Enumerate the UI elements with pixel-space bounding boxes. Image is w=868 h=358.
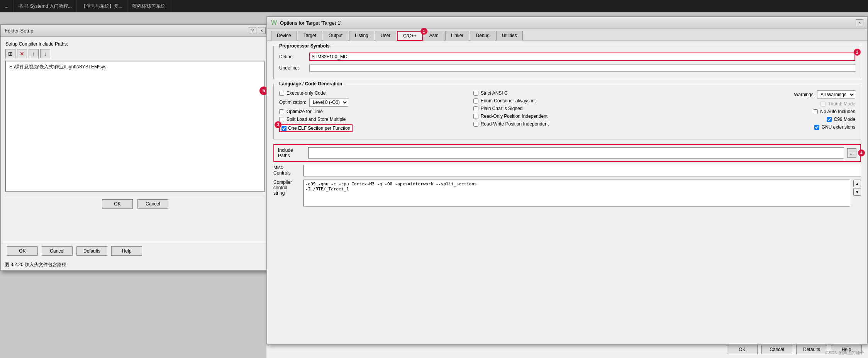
folder-close-button[interactable]: ×	[258, 27, 266, 34]
taskbar-item-3[interactable]: 蓝桥杯'练习系统	[127, 0, 170, 12]
folder-setup-dialog: Folder Setup ? × Setup Compiler Include …	[0, 24, 270, 271]
code-gen-section: Language / Code Generation Execute-only …	[273, 84, 861, 139]
enum-container-label: Enum Container always int	[481, 98, 536, 103]
folder-grid-button[interactable]: ⊞	[5, 49, 15, 58]
options-cancel-button[interactable]: Cancel	[761, 345, 792, 354]
compiler-string-section: Compiler control string -c99 -gnu -c -cp…	[273, 180, 861, 208]
plain-char-row: Plain Char is Signed	[473, 106, 661, 111]
code-gen-title: Language / Code Generation	[278, 81, 344, 87]
no-auto-includes-checkbox[interactable]	[813, 109, 818, 114]
warnings-row: Warnings: All Warnings No Warnings	[667, 90, 855, 99]
define-input[interactable]	[309, 53, 855, 61]
c99-mode-label: C99 Mode	[834, 117, 855, 122]
gnu-extensions-label: GNU extensions	[822, 124, 855, 130]
elf-section-label: One ELF Section per Function	[288, 126, 350, 131]
optimization-label: Optimization:	[279, 100, 306, 105]
folder-down-button[interactable]: ↓	[40, 49, 50, 58]
plain-char-checkbox[interactable]	[473, 106, 478, 111]
elf-section-checkbox[interactable]	[281, 126, 287, 131]
folder-bottom-help[interactable]: Help	[111, 246, 142, 256]
tab-device[interactable]: Device	[271, 31, 297, 41]
folder-up-button[interactable]: ↑	[29, 49, 39, 58]
compiler-string-label: Compiler control string	[273, 180, 300, 196]
folder-delete-button[interactable]: ✕	[17, 49, 27, 58]
folder-toolbar: ⊞ ✕ ↑ ↓	[5, 49, 265, 58]
taskbar-item-0[interactable]: ...	[0, 0, 14, 12]
preprocessor-title: Preprocessor Symbols	[278, 43, 331, 49]
read-write-checkbox[interactable]	[473, 122, 478, 127]
undefine-row: Undefine:	[279, 64, 855, 72]
folder-inner-buttons: OK Cancel	[5, 196, 265, 212]
include-paths-section: Include Paths ... 4	[273, 144, 861, 162]
compiler-scroll-up[interactable]: ▲	[853, 180, 861, 187]
tab-target[interactable]: Target	[298, 31, 322, 41]
define-row: Define: 2	[279, 53, 855, 61]
elf-section-box: One ELF Section per Function	[279, 124, 353, 132]
read-write-label: Read-Write Position Independent	[481, 121, 549, 127]
compiler-string-textarea[interactable]: -c99 -gnu -c -cpu Cortex-M3 -g -O0 -apcs…	[303, 180, 850, 207]
tab-cpp[interactable]: C/C++ 1	[397, 31, 423, 41]
options-close-button[interactable]: ×	[856, 19, 863, 26]
strict-ansi-row: Strict ANSI C	[473, 90, 661, 96]
execute-only-checkbox[interactable]	[279, 91, 284, 96]
taskbar: ... 书 书 Systemd 入门教程... 【信号与系统】复... 蓝桥杯'…	[0, 0, 868, 12]
taskbar-label-1: 书 Systemd 入门教程...	[24, 3, 71, 10]
folder-dialog-title: Folder Setup	[5, 28, 33, 34]
folder-ok-button[interactable]: OK	[102, 199, 133, 209]
tab-listing[interactable]: Listing	[349, 31, 374, 41]
misc-controls-input[interactable]	[303, 165, 861, 176]
read-only-label: Read-Only Position Independent	[481, 114, 548, 119]
include-paths-label: Include Paths	[278, 148, 305, 158]
tab-debug[interactable]: Debug	[470, 31, 495, 41]
gnu-extensions-row: GNU extensions	[667, 124, 855, 130]
options-ok-button[interactable]: OK	[727, 345, 758, 354]
undefine-input[interactable]	[309, 64, 855, 72]
tab-utilities[interactable]: Utilities	[496, 31, 523, 41]
taskbar-label-2: 【信号与系统】复...	[81, 3, 122, 10]
folder-dialog-content: Setup Compiler Include Paths: ⊞ ✕ ↑ ↓ E:…	[1, 37, 270, 216]
taskbar-icon-book: 书	[18, 3, 23, 10]
thumb-mode-checkbox[interactable]	[821, 102, 826, 107]
badge-4: 4	[858, 149, 865, 156]
folder-bottom-buttons: OK Cancel Defaults Help	[1, 243, 270, 259]
path-list-item[interactable]: E:\课件及视频\嵌入式\作业\Light2\SYSTEM\sys	[8, 63, 263, 71]
preprocessor-section: Preprocessor Symbols Define: 2 Undefine:	[273, 46, 861, 79]
include-paths-browse[interactable]: ...	[847, 148, 856, 158]
c99-mode-checkbox[interactable]	[827, 117, 832, 122]
taskbar-item-1[interactable]: 书 书 Systemd 入门教程...	[14, 0, 77, 12]
tab-output[interactable]: Output	[323, 31, 348, 41]
read-only-checkbox[interactable]	[473, 114, 478, 119]
read-write-row: Read-Write Position Independent	[473, 121, 661, 127]
badge-1: 1	[420, 28, 427, 35]
read-only-row: Read-Only Position Independent	[473, 114, 661, 119]
thumb-mode-label: Thumb Mode	[828, 101, 855, 107]
tab-user[interactable]: User	[375, 31, 396, 41]
folder-cancel-button[interactable]: Cancel	[137, 199, 168, 209]
taskbar-item-2[interactable]: 【信号与系统】复...	[77, 0, 127, 12]
include-paths-input[interactable]	[308, 147, 844, 159]
options-titlebar: W Options for Target 'Target 1' ×	[267, 17, 867, 29]
folder-bottom-defaults[interactable]: Defaults	[76, 246, 107, 256]
strict-ansi-checkbox[interactable]	[473, 91, 478, 96]
optimize-time-row: Optimize for Time	[279, 109, 467, 114]
options-defaults-button[interactable]: Defaults	[796, 345, 827, 354]
elf-section-row: One ELF Section per Function 3	[279, 124, 467, 132]
execute-only-row: Execute-only Code	[279, 90, 467, 96]
tab-linker[interactable]: Linker	[445, 31, 470, 41]
enum-container-checkbox[interactable]	[473, 98, 478, 103]
optimize-time-checkbox[interactable]	[279, 109, 284, 114]
plain-char-label: Plain Char is Signed	[481, 106, 523, 111]
compiler-scroll-down[interactable]: ▼	[853, 188, 861, 196]
folder-bottom-ok[interactable]: OK	[7, 246, 38, 256]
warnings-select[interactable]: All Warnings No Warnings	[817, 90, 855, 99]
folder-bottom-cancel[interactable]: Cancel	[42, 246, 73, 256]
titlebar-buttons: ? ×	[249, 27, 266, 34]
gnu-extensions-checkbox[interactable]	[814, 125, 819, 130]
optimization-select[interactable]: Level 0 (-O0) Level 1 (-O1) Level 2 (-O2…	[309, 98, 348, 107]
c99-mode-row: C99 Mode	[667, 117, 855, 122]
split-load-checkbox[interactable]	[279, 117, 284, 122]
split-load-row: Split Load and Store Multiple	[279, 117, 467, 122]
enum-container-row: Enum Container always int	[473, 98, 661, 103]
folder-help-button[interactable]: ?	[249, 27, 256, 34]
no-auto-includes-row: No Auto Includes	[667, 109, 855, 114]
